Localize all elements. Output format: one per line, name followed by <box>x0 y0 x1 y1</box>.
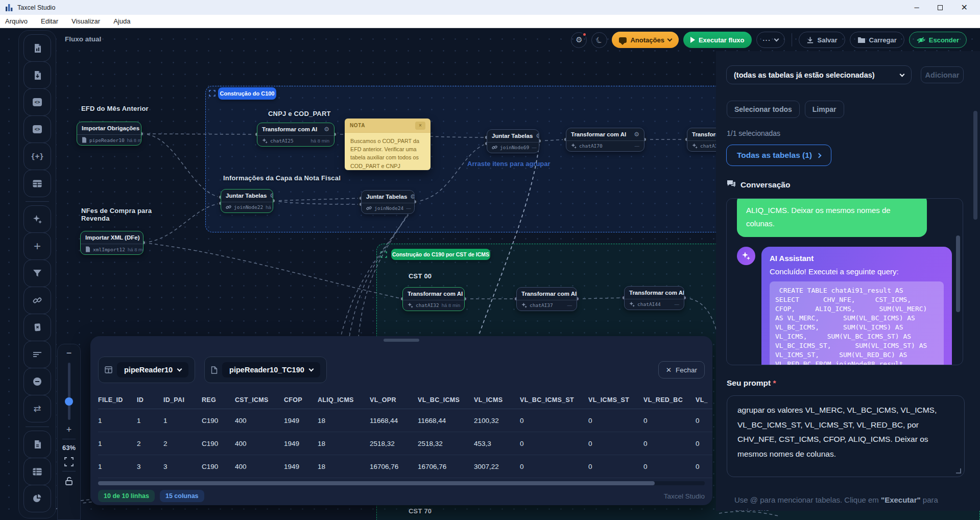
close-button[interactable]: ✕ <box>961 4 968 12</box>
zoom-in-button[interactable]: + <box>66 425 72 434</box>
chat-bubble-icon <box>619 37 627 43</box>
maximize-button[interactable] <box>938 5 943 10</box>
flow-node-pipeReader10[interactable]: Importar Obrigações⚙pipeReader10há 8 min <box>77 122 141 146</box>
menu-ajuda[interactable]: Ajuda <box>113 17 130 25</box>
table-cell: 11668,44 <box>418 417 474 424</box>
panel-scrollbar[interactable] <box>973 111 977 220</box>
fit-view-icon[interactable] <box>64 457 74 466</box>
sidebar-tool-plus[interactable]: + <box>23 232 51 260</box>
annotations-button[interactable]: Anotações <box>612 32 678 48</box>
tables-dropdown[interactable]: (todas as tabelas já estão selecionadas) <box>726 65 912 84</box>
sparkle-icon <box>521 302 527 308</box>
sidebar-tool-pie-chart[interactable] <box>23 485 51 512</box>
table-cell: 0 <box>643 463 696 470</box>
sidebar-tool-code-file-alt[interactable]: <> <box>23 115 51 143</box>
sidebar-tool-code-file[interactable]: <> <box>23 88 51 116</box>
resize-handle-icon[interactable] <box>956 468 961 474</box>
load-button[interactable]: Carregar <box>850 32 904 48</box>
link-icon <box>492 145 497 150</box>
zoom-out-button[interactable]: − <box>66 348 72 358</box>
settings-button[interactable]: ⚙ <box>571 32 587 48</box>
menu-editar[interactable]: Editar <box>41 17 58 25</box>
save-button[interactable]: Salvar <box>799 32 845 48</box>
add-table-button[interactable]: Adicionar <box>921 66 964 83</box>
sidebar-tool-sparkles[interactable] <box>23 205 51 233</box>
table-cell: 0 <box>696 440 712 447</box>
flow-node-chatAI32[interactable]: Transformar com AI⚙chatAI32há 8 min <box>402 287 465 311</box>
sidebar-tool-braces[interactable]: {+} <box>23 143 51 170</box>
table-cell: 400 <box>235 417 284 424</box>
chevron-down-icon <box>774 37 779 42</box>
run-flow-button[interactable]: Executar fluxo <box>683 32 752 48</box>
gear-icon[interactable]: ⚙ <box>139 125 141 131</box>
group-label-c190[interactable]: Construção do C190 por CST de ICMS <box>391 249 490 260</box>
column-header: VL_BC_ICMS_ST <box>520 396 588 404</box>
sidebar-tool-swap[interactable]: ⇄ <box>23 395 51 422</box>
zoom-slider[interactable] <box>68 363 70 420</box>
expand-group-icon[interactable] <box>380 251 387 258</box>
conversation-box[interactable]: CST_ICMS, CFOP, ALIQ_ICMS. Deixar os mes… <box>726 198 963 365</box>
menu-arquivo[interactable]: Arquivo <box>5 17 28 25</box>
unlock-icon[interactable] <box>64 476 74 486</box>
conversation-scrollbar[interactable] <box>956 235 960 312</box>
sidebar-tool-table-grid[interactable] <box>23 458 51 485</box>
sidebar-tool-card-x[interactable] <box>23 314 51 341</box>
dark-mode-button[interactable]: ☾ <box>591 32 607 48</box>
flow-node-chatAI25[interactable]: Transformar com AI⚙chatAI25há 8 min <box>257 123 334 147</box>
gear-icon[interactable]: ⚙ <box>140 234 144 241</box>
all-tables-button[interactable]: Todas as tabelas (1) <box>726 145 831 166</box>
flow-node-chatAI44[interactable]: Transformar com AI⚙chatAI44— <box>624 286 684 310</box>
horizontal-scrollbar[interactable] <box>98 481 705 485</box>
sidebar-tool-text-lines[interactable] <box>23 341 51 368</box>
flow-node-joinNode69[interactable]: Juntar Tabelas⚙joinNode69— <box>487 129 539 153</box>
brand-watermark: Taxcel Studio <box>664 492 705 500</box>
doc-icon <box>82 137 87 143</box>
gear-icon[interactable]: ⚙ <box>577 291 577 297</box>
gear-icon: ⚙ <box>576 35 582 44</box>
table-grid-icon <box>33 468 42 476</box>
zoom-slider-thumb[interactable] <box>65 397 73 406</box>
prompt-input[interactable]: agrupar os valores VL_MERC, VL_BC_ICMS, … <box>727 396 964 477</box>
sidebar-tool-minus-circle[interactable] <box>23 368 51 395</box>
sidebar-tool-file[interactable] <box>23 431 51 458</box>
flow-node-xmlImport12[interactable]: Importar XML (DFe)⚙xmlImport12há 8 min <box>80 231 144 255</box>
source-node-dropdown[interactable]: pipeReader10 <box>98 357 195 383</box>
panel-drag-handle[interactable] <box>384 339 419 342</box>
minimize-button[interactable]: ─ <box>914 4 919 11</box>
group-label-c100[interactable]: Construção do C100 <box>218 87 276 100</box>
gear-icon[interactable]: ⚙ <box>463 291 465 297</box>
flow-node-joinNode22[interactable]: Juntar Tabelas⚙joinNode22há 8 min <box>221 189 273 213</box>
gear-icon[interactable]: ⚙ <box>533 133 539 139</box>
flow-node-chatAI37[interactable]: Transformar com AI⚙chatAI37— <box>516 287 577 311</box>
table-cell: 0 <box>643 440 696 447</box>
clear-button[interactable]: Limpar <box>805 101 844 118</box>
close-panel-button[interactable]: ✕Fechar <box>658 361 705 379</box>
sidebar-tool-file-export[interactable] <box>23 61 51 89</box>
sidebar-tool-file-chart[interactable] <box>23 34 51 62</box>
sidebar-tool-table[interactable] <box>23 170 51 197</box>
gear-icon[interactable]: ⚙ <box>631 131 639 137</box>
select-all-button[interactable]: Selecionar todos <box>727 101 800 118</box>
note-close-icon[interactable]: × <box>415 122 425 130</box>
gear-icon[interactable]: ⚙ <box>321 126 329 132</box>
play-icon <box>690 37 695 43</box>
sidebar-tool-link[interactable] <box>23 287 51 314</box>
ai-text: Concluído! Executei a seguinte query: <box>770 267 944 276</box>
more-options-button[interactable]: ··· <box>756 32 785 48</box>
sql-code-block[interactable]: CREATE TABLE chatAi91_result AS SELECT C… <box>770 281 944 365</box>
hide-button[interactable]: Esconder <box>909 32 967 48</box>
expand-group-icon[interactable] <box>209 90 216 97</box>
gear-icon[interactable]: ⚙ <box>267 193 273 199</box>
sticky-note[interactable]: NOTA × Buscamos o COD_PART da EFD anteri… <box>345 119 431 170</box>
group-c100[interactable] <box>205 86 761 232</box>
gear-icon[interactable]: ⚙ <box>407 194 415 200</box>
table-cell: 1 <box>98 463 137 470</box>
table-cell: 1 <box>98 440 137 447</box>
flow-node-chatAI70[interactable]: Transformar com AI⚙chatAI70— <box>566 128 644 152</box>
flow-node-joinNode24[interactable]: Juntar Tabelas⚙joinNode24— <box>361 190 415 214</box>
ellipsis-icon: ··· <box>763 36 771 44</box>
scrollbar-thumb[interactable] <box>98 481 655 485</box>
menu-visualizar[interactable]: Visualizar <box>71 17 100 25</box>
sidebar-tool-filter[interactable] <box>23 259 51 287</box>
result-table-dropdown[interactable]: pipeReader10_TC190 <box>204 357 327 383</box>
